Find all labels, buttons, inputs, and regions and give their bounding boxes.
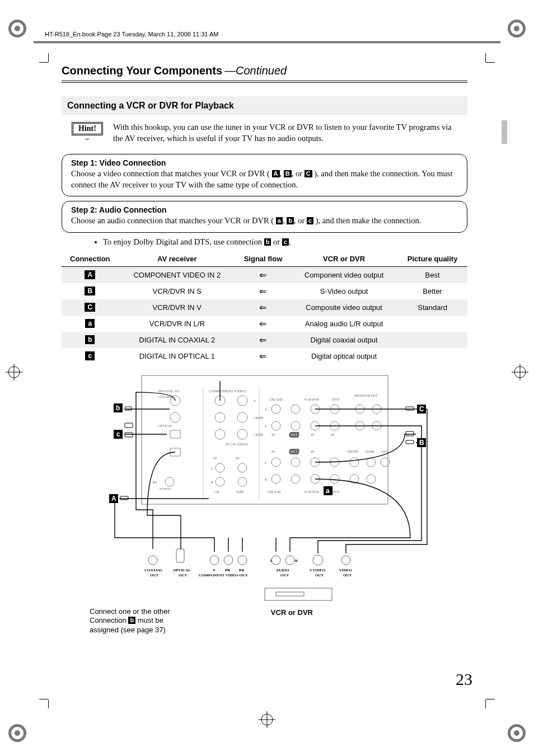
svg-text:DVD: DVD bbox=[332, 398, 340, 401]
svg-rect-144 bbox=[120, 496, 128, 500]
section-tab-icon bbox=[502, 120, 507, 144]
table-row: cDIGITAL IN OPTICAL 1⇐Digital optical ou… bbox=[62, 348, 467, 364]
crop-mark-bl-icon bbox=[39, 691, 57, 708]
label-a-upper-icon: A bbox=[272, 170, 280, 177]
th-receiver: AV receiver bbox=[119, 251, 236, 267]
svg-rect-127 bbox=[276, 592, 304, 596]
connection-diagram-svg: DIGITAL IN COAXIAL OPTICAL COMPONENT VID… bbox=[69, 370, 461, 605]
svg-text:CBL/SAT: CBL/SAT bbox=[268, 490, 281, 494]
svg-text:SURR: SURR bbox=[366, 450, 374, 453]
svg-point-8 bbox=[15, 730, 20, 736]
svg-point-78 bbox=[271, 475, 280, 483]
label-c-upper-icon: C bbox=[305, 170, 312, 177]
svg-text:AUDIO: AUDIO bbox=[276, 568, 289, 572]
svg-rect-147 bbox=[406, 440, 414, 444]
svg-text:IN: IN bbox=[271, 433, 275, 436]
svg-point-25 bbox=[170, 412, 180, 422]
svg-point-101 bbox=[148, 556, 157, 565]
cell-quality: Best bbox=[397, 266, 467, 283]
chapter-title: Connecting Your Components —Continued bbox=[62, 64, 467, 83]
svg-text:REMOTE: REMOTE bbox=[160, 487, 171, 490]
registration-mark-bl-icon bbox=[6, 721, 29, 745]
cross-mark-left-icon bbox=[6, 364, 22, 381]
step-2-title: Step 2: Audio Connection bbox=[71, 205, 458, 215]
svg-text:COMPONENT VIDEO OUT: COMPONENT VIDEO OUT bbox=[199, 573, 248, 577]
step-1-title: Step 1: Video Connection bbox=[71, 158, 458, 168]
svg-rect-141 bbox=[125, 407, 132, 410]
svg-point-86 bbox=[367, 458, 376, 467]
footnote-label-b-icon: b bbox=[128, 617, 135, 624]
svg-text:IN: IN bbox=[213, 457, 217, 460]
cell-receiver: VCR/DVR IN L/R bbox=[119, 316, 236, 332]
cell-quality: Better bbox=[397, 283, 467, 299]
svg-point-5 bbox=[514, 26, 519, 31]
svg-text:IN: IN bbox=[236, 457, 240, 460]
bullet-label-b-icon: b bbox=[264, 238, 271, 246]
cell-quality bbox=[397, 348, 467, 364]
svg-text:b: b bbox=[116, 404, 120, 412]
svg-rect-143 bbox=[125, 433, 133, 437]
svg-text:V: V bbox=[265, 408, 268, 411]
svg-point-104 bbox=[224, 556, 233, 565]
step-2-box: Step 2: Audio Connection Choose an audio… bbox=[62, 201, 467, 232]
cell-quality bbox=[397, 332, 467, 348]
svg-rect-142 bbox=[125, 423, 133, 428]
table-row: BVCR/DVR IN S⇐S-Video outputBetter bbox=[62, 283, 467, 299]
connection-diagram: DIGITAL IN COAXIAL OPTICAL COMPONENT VID… bbox=[62, 370, 467, 636]
svg-text:S: S bbox=[265, 425, 266, 428]
svg-text:R: R bbox=[295, 558, 298, 563]
hint-label: Hint! bbox=[72, 122, 103, 135]
document-header-line: HT-R518_En.book Page 23 Tuesday, March 1… bbox=[45, 31, 218, 37]
cross-mark-bottom-icon bbox=[259, 711, 275, 728]
svg-point-42 bbox=[216, 463, 224, 472]
th-connection: Connection bbox=[62, 251, 119, 267]
cross-mark-right-icon bbox=[512, 364, 528, 381]
svg-text:a: a bbox=[326, 487, 330, 495]
svg-text:CR/PR: CR/PR bbox=[254, 433, 263, 436]
connection-table: Connection AV receiver Signal flow VCR o… bbox=[62, 251, 467, 364]
cell-connection: b bbox=[62, 332, 119, 348]
svg-point-109 bbox=[341, 556, 350, 565]
svg-text:R: R bbox=[211, 481, 213, 484]
svg-rect-145 bbox=[406, 407, 414, 410]
svg-point-35 bbox=[237, 412, 247, 422]
svg-text:COMPONENT VIDEO: COMPONENT VIDEO bbox=[209, 389, 246, 393]
svg-text:CBL/SAT: CBL/SAT bbox=[269, 398, 283, 401]
svg-point-33 bbox=[215, 429, 225, 439]
cell-connection: C bbox=[62, 299, 119, 316]
th-device: VCR or DVR bbox=[291, 251, 397, 267]
cell-device: S-Video output bbox=[291, 283, 397, 299]
svg-text:CD: CD bbox=[214, 490, 219, 494]
cell-flow-arrow-icon: ⇐ bbox=[236, 316, 291, 332]
svg-text:A: A bbox=[111, 495, 116, 503]
cell-receiver: DIGITAL IN OPTICAL 1 bbox=[119, 348, 236, 364]
chapter-title-continued: —Continued bbox=[224, 64, 287, 77]
th-flow: Signal flow bbox=[236, 251, 291, 267]
step-1-box: Step 1: Video Connection Choose a video … bbox=[62, 154, 467, 196]
svg-text:L: L bbox=[270, 558, 273, 563]
hint-text: With this hookup, you can use the tuner … bbox=[113, 122, 462, 144]
svg-point-87 bbox=[381, 458, 390, 467]
table-row: CVCR/DVR IN V⇐Composite video outputStan… bbox=[62, 299, 467, 316]
chapter-title-main: Connecting Your Components bbox=[62, 64, 222, 77]
hint-arrow-icon: ⌣ bbox=[72, 137, 103, 141]
svg-text:L: L bbox=[211, 467, 213, 470]
notes-list: To enjoy Dolby Digital and DTS, use conn… bbox=[81, 237, 467, 247]
svg-point-103 bbox=[210, 556, 219, 565]
cell-quality bbox=[397, 316, 467, 332]
crop-mark-tl-icon bbox=[39, 53, 57, 71]
cell-device: Digital optical output bbox=[291, 348, 397, 364]
svg-rect-26 bbox=[170, 430, 180, 438]
svg-rect-126 bbox=[265, 588, 332, 600]
svg-point-57 bbox=[291, 405, 300, 414]
svg-point-34 bbox=[237, 396, 247, 406]
svg-text:IN: IN bbox=[311, 450, 315, 453]
cell-device: Component video output bbox=[291, 266, 397, 283]
label-b-lower-icon: b bbox=[287, 217, 294, 224]
crop-mark-tr-icon bbox=[477, 53, 495, 71]
svg-point-11 bbox=[514, 730, 519, 736]
svg-text:OPTICAL: OPTICAL bbox=[158, 424, 173, 428]
svg-text:Y: Y bbox=[213, 568, 216, 572]
label-c-lower-icon: c bbox=[307, 217, 313, 224]
cell-flow-arrow-icon: ⇐ bbox=[236, 348, 291, 364]
